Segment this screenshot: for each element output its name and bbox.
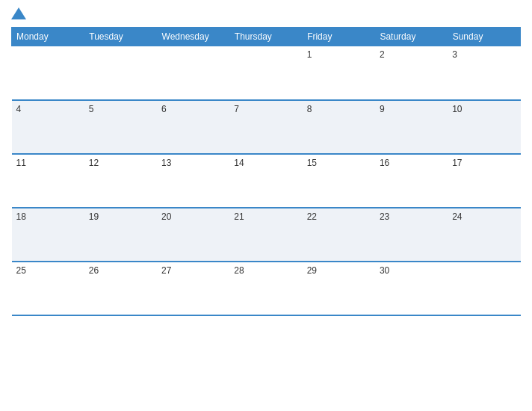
day-number: 17 [452, 158, 462, 168]
day-number: 23 [380, 211, 389, 222]
calendar-cell [157, 46, 229, 100]
logo-triangle-icon [11, 7, 26, 19]
day-number: 26 [89, 265, 99, 276]
calendar-cell [229, 46, 302, 100]
calendar-cell: 6 [157, 100, 229, 154]
day-header-sunday: Sunday [448, 28, 520, 46]
calendar-cell: 2 [375, 46, 448, 100]
day-header-thursday: Thursday [229, 28, 302, 46]
day-header-saturday: Saturday [375, 28, 448, 46]
day-number: 12 [89, 158, 99, 168]
day-number: 11 [16, 158, 26, 168]
calendar-cell [12, 46, 84, 100]
calendar-cell [448, 262, 520, 315]
day-number: 18 [16, 211, 26, 222]
calendar-cell: 28 [229, 262, 302, 315]
calendar-cell: 14 [229, 154, 302, 208]
calendar-cell: 13 [157, 154, 229, 208]
calendar-cell: 9 [375, 100, 448, 154]
day-number: 4 [16, 104, 22, 114]
day-number: 5 [89, 104, 94, 114]
calendar-cell: 19 [84, 208, 157, 262]
day-number: 6 [161, 104, 167, 114]
calendar-cell: 4 [12, 100, 84, 154]
calendar-cell: 20 [157, 208, 229, 262]
calendar-cell: 26 [84, 262, 157, 315]
day-number: 24 [452, 211, 462, 222]
calendar-cell [84, 46, 157, 100]
calendar-container: MondayTuesdayWednesdayThursdayFridaySatu… [0, 0, 532, 411]
calendar-cell: 29 [303, 262, 375, 315]
calendar-cell: 18 [12, 208, 84, 262]
calendar-cell: 3 [448, 46, 520, 100]
day-number: 21 [234, 211, 244, 222]
calendar-cell: 22 [303, 208, 375, 262]
day-number: 8 [307, 104, 312, 114]
calendar-cell: 27 [157, 262, 229, 315]
day-header-friday: Friday [303, 28, 375, 46]
calendar-cell: 25 [12, 262, 84, 315]
day-number: 13 [161, 158, 171, 168]
day-number: 7 [234, 104, 239, 114]
day-number: 28 [234, 265, 244, 276]
day-number: 30 [380, 265, 389, 276]
day-header-wednesday: Wednesday [157, 28, 229, 46]
calendar-cell: 1 [303, 46, 375, 100]
calendar-cell: 7 [229, 100, 302, 154]
calendar-cell: 8 [303, 100, 375, 154]
calendar-cell: 21 [229, 208, 302, 262]
calendar-cell: 10 [448, 100, 520, 154]
day-header-monday: Monday [12, 28, 84, 46]
day-number: 10 [452, 104, 462, 114]
calendar-cell: 16 [375, 154, 448, 208]
day-number: 3 [452, 49, 457, 60]
day-number: 14 [234, 158, 244, 168]
week-row-4: 18192021222324 [12, 208, 521, 262]
day-number: 1 [307, 49, 312, 60]
day-number: 27 [161, 265, 171, 276]
calendar-cell: 11 [12, 154, 84, 208]
day-header-tuesday: Tuesday [84, 28, 157, 46]
day-number: 29 [307, 265, 317, 276]
day-number: 25 [16, 265, 26, 276]
week-row-2: 45678910 [12, 100, 521, 154]
days-header-row: MondayTuesdayWednesdayThursdayFridaySatu… [12, 28, 521, 46]
day-number: 2 [380, 49, 385, 60]
calendar-cell: 30 [375, 262, 448, 315]
calendar-cell: 5 [84, 100, 157, 154]
calendar-cell: 12 [84, 154, 157, 208]
calendar-cell: 23 [375, 208, 448, 262]
calendar-cell: 15 [303, 154, 375, 208]
day-number: 20 [161, 211, 171, 222]
day-number: 16 [380, 158, 389, 168]
logo [11, 7, 29, 21]
week-row-5: 252627282930 [12, 262, 521, 315]
day-number: 19 [89, 211, 99, 222]
week-row-1: 123 [12, 46, 521, 100]
calendar-cell: 17 [448, 154, 520, 208]
calendar-cell: 24 [448, 208, 520, 262]
week-row-3: 11121314151617 [12, 154, 521, 208]
day-number: 22 [307, 211, 317, 222]
day-number: 15 [307, 158, 317, 168]
day-number: 9 [380, 104, 385, 114]
calendar-grid: MondayTuesdayWednesdayThursdayFridaySatu… [11, 27, 521, 316]
calendar-header [11, 7, 521, 21]
